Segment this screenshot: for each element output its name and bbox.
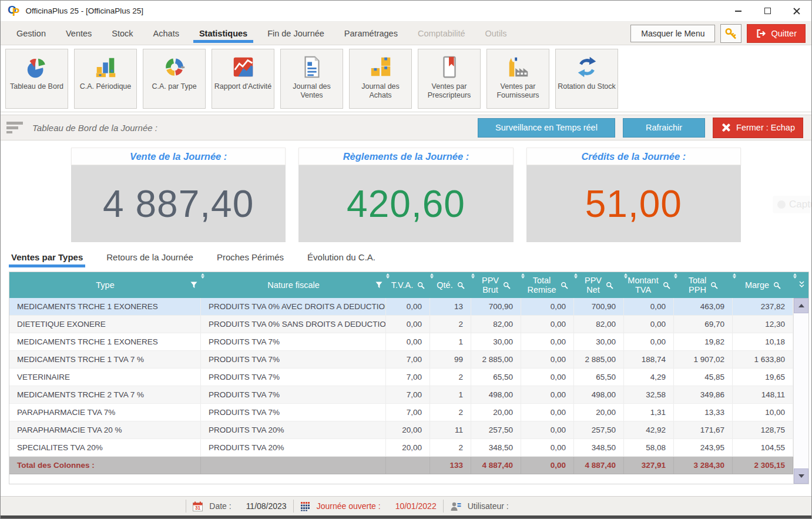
column-header-type[interactable]: Type — [9, 272, 201, 298]
quit-button[interactable]: Quitter — [747, 24, 806, 43]
table-body: MEDICAMENTS TRCHE 1 EXONERESPRODUITS TVA… — [9, 298, 808, 474]
table-row[interactable]: MEDICAMENTS TRCHE 1 EXONERESPRODUITS TVA… — [9, 333, 793, 351]
menu-item-fin-de-journee[interactable]: Fin de Journée — [257, 22, 334, 45]
table-row[interactable]: VETERINAIREPRODUITS TVA 7%7,00265,500,00… — [9, 369, 793, 386]
cell-montant-tva: 0,00 — [624, 298, 674, 315]
bar-chart-icon — [93, 52, 118, 82]
search-icon[interactable] — [417, 282, 425, 289]
key-icon — [724, 26, 738, 41]
column-header-ppv-net[interactable]: PPV Net — [574, 272, 624, 298]
rapport-activite-button[interactable]: Rapport d'Activité — [212, 49, 274, 109]
search-icon[interactable] — [561, 282, 568, 289]
tableau-de-bord-button[interactable]: Tableau de Bord — [5, 49, 68, 109]
document-icon — [300, 52, 324, 82]
menu-item-statistiques[interactable]: Statistiques — [189, 22, 257, 45]
journal-des-ventes-button[interactable]: Journal des Ventes — [280, 49, 343, 109]
surveillance-button[interactable]: Surveillance en Temps réel — [478, 118, 615, 138]
menu-item-ventes[interactable]: Ventes — [56, 22, 102, 45]
totals-label: Total des Colonnes : — [9, 457, 201, 474]
cell-marge: 1 633,80 — [733, 351, 793, 368]
maximize-button[interactable] — [753, 1, 782, 21]
column-label: PPV Net — [585, 276, 602, 294]
filter-icon[interactable] — [375, 282, 382, 289]
search-icon[interactable] — [457, 282, 465, 289]
tab-evolution-du-c-a[interactable]: Évolution du C.A. — [307, 252, 375, 267]
cell-montant-tva: 4,29 — [624, 369, 674, 386]
sort-handle-icon — [733, 273, 736, 279]
menu-item-gestion[interactable]: Gestion — [6, 22, 56, 45]
table-row[interactable]: PARAPHARMACIE TVA 7%PRODUITS TVA 7%7,002… — [9, 404, 793, 421]
tab-ventes-par-types[interactable]: Ventes par Types — [11, 252, 83, 267]
cell-tva: 7,00 — [386, 369, 430, 386]
cell-ppv-net: 82,00 — [574, 316, 624, 333]
ventes-par-fournisseurs-button[interactable]: Ventes par Fournisseurs — [486, 49, 549, 109]
cell-qte: 2 — [430, 439, 471, 456]
table-row[interactable]: MEDICAMENTS TRCHE 1 EXONERESPRODUITS TVA… — [9, 298, 793, 316]
opened-day-value: 10/01/2022 — [395, 501, 437, 511]
toolbar-button-label: Rapport d'Activité — [214, 82, 272, 91]
rotation-du-stock-button[interactable]: Rotation du Stock — [555, 49, 618, 109]
cell-nature-fiscale: PRODUITS TVA 7% — [201, 404, 386, 421]
cell-marge: 19,65 — [733, 369, 793, 386]
table-row[interactable]: MEDICAMENTS TRCHE 1 TVA 7 %PRODUITS TVA … — [9, 351, 793, 369]
tab-retours-de-la-journee[interactable]: Retours de la Journée — [106, 252, 193, 267]
cell-total-remise: 0,00 — [521, 316, 574, 333]
table-row[interactable]: SPECIALITES TVA 20%PRODUITS TVA 20%20,00… — [9, 439, 793, 457]
close-escape-button[interactable]: Fermer : Echap — [713, 118, 803, 138]
scroll-up-button[interactable] — [794, 298, 808, 313]
cell-ppv-brut: 257,50 — [471, 421, 521, 438]
search-icon[interactable] — [773, 282, 781, 289]
column-header-total-remise[interactable]: Total Remise — [521, 272, 574, 298]
minimize-button[interactable] — [723, 1, 753, 21]
ca-par-type-button[interactable]: C.A. par Type — [143, 49, 206, 109]
hide-menu-button[interactable]: Masquer le Menu — [630, 25, 715, 42]
table-row[interactable]: PARAPHARMACIE TVA 20 %PRODUITS TVA 20%20… — [9, 421, 793, 439]
ca-periodique-button[interactable]: C.A. Périodique — [74, 49, 137, 109]
boxes-icon — [368, 52, 393, 82]
cell-tva: 20,00 — [386, 439, 430, 456]
scroll-down-button[interactable] — [794, 468, 808, 484]
search-icon[interactable] — [710, 282, 718, 289]
cell-nature-fiscale: PRODUITS TVA 0% SANS DROITS A DEDUCTION — [201, 316, 386, 333]
menu-lines-icon[interactable] — [6, 122, 24, 133]
refresh-button[interactable]: Rafraichir — [623, 118, 705, 138]
toolbar-button-label: C.A. Périodique — [80, 82, 132, 91]
search-icon[interactable] — [663, 282, 670, 289]
menu-item-stock[interactable]: Stock — [102, 22, 143, 45]
table-row[interactable]: MEDICAMENTS TRCHE 2 TVA 7 %PRODUITS TVA … — [9, 386, 793, 404]
close-escape-label: Fermer : Echap — [736, 123, 795, 132]
column-header-nature-fiscale[interactable]: Nature fiscale — [201, 272, 386, 298]
menu-item-achats[interactable]: Achats — [143, 22, 189, 45]
column-header-montant-tva[interactable]: Montant TVA — [624, 272, 674, 298]
cell-ppv-net: 20,00 — [574, 404, 624, 421]
page-header: Tableau de Bord de la Journée : Surveill… — [1, 115, 811, 140]
bookmark-icon — [437, 52, 462, 82]
filter-icon[interactable] — [190, 282, 197, 289]
vertical-scrollbar[interactable] — [793, 298, 808, 484]
column-header-marge[interactable]: Marge — [733, 272, 793, 298]
menu-item-parametrages[interactable]: Paramétrages — [334, 22, 408, 45]
close-button[interactable] — [782, 1, 811, 21]
column-header-ppv-brut[interactable]: PPV Brut — [471, 272, 521, 298]
cell-nature-fiscale: PRODUITS TVA 7% — [201, 369, 386, 386]
journal-des-achats-button[interactable]: Journal des Achats — [349, 49, 412, 109]
cell-marge: 237,82 — [733, 298, 793, 315]
column-header-tva[interactable]: T.V.A. — [386, 272, 430, 298]
double-chevron-icon[interactable] — [798, 280, 805, 290]
key-button[interactable] — [720, 24, 741, 43]
ventes-par-prescripteurs-button[interactable]: Ventes par Prescripteurs — [418, 49, 481, 109]
column-header-qte[interactable]: Qté. — [430, 272, 471, 298]
cell-marge: 104,55 — [733, 439, 793, 456]
search-icon[interactable] — [503, 282, 511, 289]
tab-proches-perimes[interactable]: Proches Périmés — [217, 252, 284, 267]
capture-icon — [777, 200, 786, 209]
search-icon[interactable] — [606, 282, 613, 289]
capture-overlay: Captu — [773, 196, 811, 213]
column-header-total-pph[interactable]: Total PPH — [674, 272, 733, 298]
triangle-down-icon — [798, 474, 804, 478]
toolbar-button-label: Ventes par Prescripteurs — [418, 82, 480, 100]
menu-item-outils: Outils — [475, 22, 517, 45]
table-row[interactable]: DIETETIQUE EXONEREPRODUITS TVA 0% SANS D… — [9, 316, 793, 333]
cell-type: PARAPHARMACIE TVA 7% — [9, 404, 201, 421]
total-ppv-net: 4 887,40 — [574, 457, 624, 474]
